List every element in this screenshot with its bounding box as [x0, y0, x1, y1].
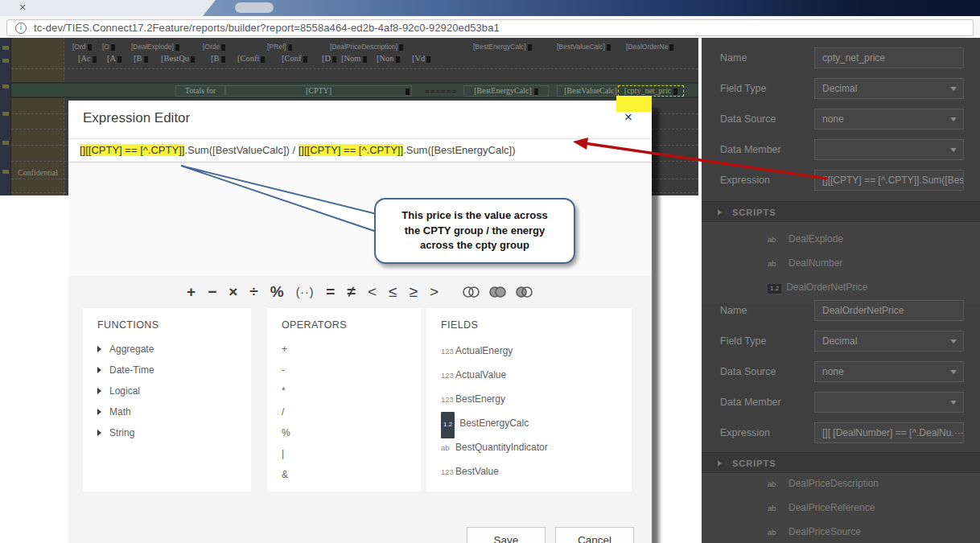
field-cell[interactable]: [Orde: [203, 43, 225, 51]
function-category[interactable]: Date-Time: [83, 360, 251, 381]
field-cell[interactable]: [B: [211, 54, 225, 63]
field-item[interactable]: abBestQuantityIndicator: [426, 435, 632, 459]
greater-than-button[interactable]: >: [430, 283, 439, 301]
field-item[interactable]: 123ActualEnergy: [426, 339, 632, 363]
name-label: Name: [720, 52, 747, 64]
field-cell[interactable]: [A: [107, 54, 121, 63]
expression-field[interactable]: [][[CPTY] == [^.CPTY]].Sum([Bes.···: [814, 170, 964, 191]
close-tab-icon[interactable]: ×: [19, 1, 26, 14]
minus-button[interactable]: −: [208, 283, 216, 301]
field-cell[interactable]: [Conf: [282, 54, 307, 63]
field-cell[interactable]: [DealOrderNe: [626, 43, 673, 51]
scripts-section-header[interactable]: SCRIPTS: [702, 452, 980, 473]
field-cell[interactable]: [DealExplode]: [131, 43, 179, 51]
confidential-label[interactable]: Confidential: [18, 168, 58, 177]
field-cell[interactable]: [PRef]: [267, 43, 292, 51]
field-cell[interactable]: [Ord: [72, 43, 92, 51]
fields-header: FIELDS: [426, 308, 632, 331]
data-member-select[interactable]: [814, 139, 964, 160]
field-item[interactable]: 123BestValue: [426, 459, 632, 483]
data-source-label: Data Source: [720, 113, 776, 125]
field-item[interactable]: 123BestEnergy: [426, 387, 632, 411]
dialog-title: Expression Editor: [83, 110, 190, 126]
script-item[interactable]: abDealPriceSource: [768, 526, 861, 537]
function-category[interactable]: Aggregate: [83, 339, 251, 360]
cpty-net-price-cell-selected[interactable]: [cpty_net_pric: [618, 85, 684, 97]
field-cell[interactable]: [Non: [377, 54, 400, 63]
data-source-select[interactable]: none: [814, 361, 964, 382]
operator-item[interactable]: +: [267, 339, 421, 360]
except-icon[interactable]: [515, 286, 533, 298]
ruler-marker: [2, 112, 9, 116]
modulo-button[interactable]: %: [270, 283, 284, 301]
field-chip-icon: [406, 88, 410, 95]
data-source-label: Data Source: [720, 366, 776, 377]
totals-label-cell[interactable]: Totals for: [175, 85, 225, 97]
tab-favicon-placeholder: [235, 2, 274, 13]
multiply-button[interactable]: ×: [229, 283, 237, 301]
field-cell[interactable]: [Confi: [237, 54, 265, 63]
field-cell[interactable]: [Ac: [78, 54, 97, 63]
name-label: Name: [720, 305, 747, 316]
field-cell[interactable]: [BestEnergyCalc]: [473, 43, 532, 51]
field-item[interactable]: 123ActualValue: [426, 363, 632, 387]
union-icon[interactable]: [488, 286, 507, 298]
field-cell[interactable]: [Nom: [341, 54, 367, 63]
string-type-icon: ab: [768, 235, 782, 244]
operator-item[interactable]: %: [267, 422, 421, 443]
expression-input[interactable]: [][[CPTY] == [^.CPTY]].Sum([BestValueCal…: [68, 138, 652, 162]
field-cell[interactable]: [O: [102, 43, 115, 51]
intersect-icon[interactable]: [462, 286, 480, 298]
address-bar[interactable]: i tc-dev/TIES.Connect17.2Feature/reports…: [6, 19, 974, 36]
browser-toolbar: i tc-dev/TIES.Connect17.2Feature/reports…: [0, 16, 980, 39]
script-item[interactable]: abDealExplode: [768, 233, 843, 245]
divide-button[interactable]: ÷: [249, 283, 257, 301]
less-than-button[interactable]: <: [368, 283, 377, 301]
operator-toolbar: + − × ÷ % (··) = ≠ < ≤ ≥ >: [68, 278, 652, 306]
operator-item[interactable]: |: [267, 443, 421, 464]
operator-item[interactable]: -: [267, 360, 421, 381]
field-type-select[interactable]: Decimal: [814, 78, 964, 99]
script-item[interactable]: abDealNumber: [768, 257, 842, 269]
dialog-header: Expression Editor ×: [68, 101, 652, 138]
function-category[interactable]: Logical: [83, 381, 251, 401]
field-cell[interactable]: [BestValueCalc]: [557, 43, 611, 51]
name-field[interactable]: DealOrderNetPrice: [814, 300, 964, 321]
not-equals-button[interactable]: ≠: [347, 283, 355, 301]
function-category[interactable]: Math: [83, 401, 251, 422]
field-type-select[interactable]: Decimal: [814, 331, 964, 352]
scripts-section-header[interactable]: SCRIPTS: [702, 201, 980, 222]
separator-cell[interactable]: ======: [425, 87, 457, 96]
close-icon[interactable]: ×: [624, 109, 632, 125]
cpty-cell[interactable]: [CPTY]: [225, 85, 412, 97]
data-source-select[interactable]: none: [814, 109, 964, 130]
plus-button[interactable]: +: [187, 283, 196, 301]
save-button[interactable]: Save: [467, 527, 546, 543]
operator-item[interactable]: &: [267, 464, 421, 485]
best-energy-calc-cell[interactable]: [BestEnergyCalc]: [463, 85, 549, 97]
parentheses-button[interactable]: (··): [296, 286, 315, 298]
page-info-icon[interactable]: i: [15, 23, 27, 34]
field-cell[interactable]: [B: [134, 54, 148, 63]
less-equal-button[interactable]: ≤: [389, 283, 397, 301]
expression-field[interactable]: [][ [DealNumber] == [^.DealNu.···: [814, 422, 964, 443]
operator-item[interactable]: *: [267, 381, 421, 401]
equals-button[interactable]: =: [326, 283, 335, 301]
script-item[interactable]: abDealPriceDescription: [768, 478, 879, 489]
field-cell[interactable]: [Vd: [412, 54, 430, 63]
script-item[interactable]: 1.2DealOrderNetPrice: [768, 282, 868, 294]
field-cell[interactable]: [D: [322, 54, 336, 63]
data-member-select[interactable]: [814, 392, 964, 413]
ruler-marker: [2, 170, 9, 174]
field-item[interactable]: 1.2BestEnergyCalc: [426, 411, 632, 435]
greater-equal-button[interactable]: ≥: [409, 283, 417, 301]
field-cell[interactable]: [DealPriceDescription]: [330, 43, 403, 51]
function-category[interactable]: String: [83, 422, 251, 443]
background-tab[interactable]: [203, 0, 980, 16]
operator-item[interactable]: /: [267, 401, 421, 422]
name-field[interactable]: cpty_net_price: [814, 47, 964, 68]
script-item[interactable]: abDealPriceReference: [768, 502, 875, 513]
cancel-button[interactable]: Cancel: [555, 527, 634, 543]
callout-bubble: This price is the value across the CPTY …: [374, 198, 575, 264]
field-cell[interactable]: [BestQu: [161, 54, 195, 63]
